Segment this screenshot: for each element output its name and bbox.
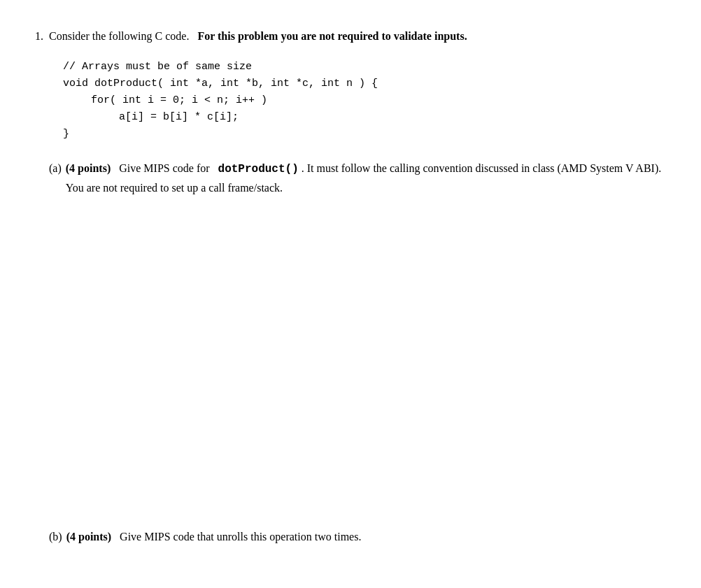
intro-normal: Consider the following C code. bbox=[49, 30, 189, 42]
code-line2: for( int i = 0; i < n; i++ ) bbox=[91, 92, 666, 109]
code-line3: a[i] = b[i] * c[i]; bbox=[119, 109, 666, 126]
intro-bold: For this problem you are not required to… bbox=[197, 30, 467, 42]
part-a-label: (a) bbox=[49, 159, 62, 196]
part-b-text: (4 points) Give MIPS code that unrolls t… bbox=[66, 528, 362, 546]
code-line4: } bbox=[63, 126, 666, 143]
question-header: 1. Consider the following C code. For th… bbox=[35, 28, 666, 45]
part-a-points: (4 points) bbox=[66, 162, 111, 174]
question-intro: Consider the following C code. For this … bbox=[49, 28, 467, 45]
part-a-text: (4 points) Give MIPS code for dotProduct… bbox=[66, 159, 666, 196]
part-b-label: (b) bbox=[49, 528, 62, 546]
part-a-text-normal: Give MIPS code for bbox=[119, 162, 209, 174]
part-b-container: (b) (4 points) Give MIPS code that unrol… bbox=[35, 528, 666, 546]
part-b-text-content: Give MIPS code that unrolls this operati… bbox=[120, 531, 361, 543]
part-b-points: (4 points) bbox=[66, 531, 111, 543]
question-container: 1. Consider the following C code. For th… bbox=[35, 28, 666, 196]
code-comment: // Arrays must be of same size bbox=[63, 59, 666, 76]
code-block: // Arrays must be of same size void dotP… bbox=[63, 59, 666, 143]
question-number: 1. bbox=[35, 28, 43, 45]
part-a-container: (a) (4 points) Give MIPS code for dotPro… bbox=[35, 159, 666, 196]
code-line1: void dotProduct( int *a, int *b, int *c,… bbox=[63, 76, 666, 92]
part-a-func-name: dotProduct() bbox=[218, 163, 299, 175]
